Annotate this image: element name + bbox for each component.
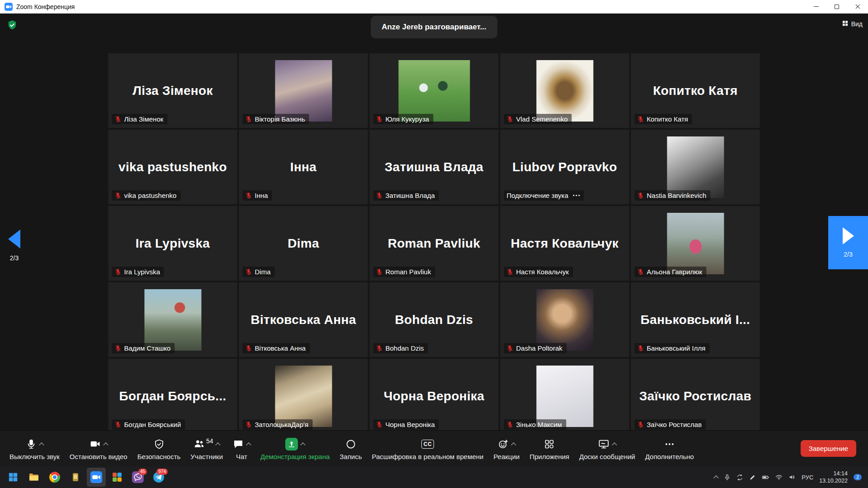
chevron-up-icon[interactable] — [39, 442, 44, 447]
window-titlebar: Zoom Конференция — [0, 0, 868, 14]
participant-tile[interactable]: DimaDima — [239, 206, 368, 281]
chevron-up-icon[interactable] — [511, 442, 516, 447]
next-page-button[interactable]: 2/3 — [828, 216, 868, 269]
participant-tile[interactable]: Nastia Barvinkevich — [631, 130, 760, 204]
participant-tile[interactable]: Ira LypivskaIra Lypivska — [108, 206, 237, 281]
previous-page-button[interactable]: 2/3 — [8, 230, 20, 262]
participant-label: Roman Pavliuk — [373, 267, 435, 277]
participant-tile[interactable]: Вадим Сташко — [108, 282, 237, 357]
participant-tile[interactable]: Юля Кукуруза — [370, 53, 499, 128]
participant-tile[interactable]: Зінько Максим — [500, 359, 629, 430]
toolbar-item-more[interactable]: Дополнительно — [640, 434, 699, 463]
toolbar-item-share[interactable]: Демонстрация экрана — [255, 434, 335, 463]
toolbar-item-mic[interactable]: Выключить звук — [5, 434, 65, 463]
muted-mic-icon — [115, 421, 122, 428]
chevron-up-icon[interactable] — [216, 442, 221, 447]
taskbar-date: 13.10.2022 — [819, 477, 848, 484]
participant-tile[interactable]: Баньковський І...Баньковський Ілля — [631, 282, 760, 357]
participant-name: Вітковська Анна — [250, 313, 356, 327]
participant-name: Roman Pavliuk — [388, 236, 481, 251]
app-icon-amber[interactable] — [66, 468, 85, 487]
participant-tile[interactable]: ІннаІнна — [239, 130, 368, 204]
participant-tile[interactable]: Bohdan DzisBohdan Dzis — [370, 282, 499, 357]
muted-mic-icon — [376, 421, 383, 428]
participant-tile[interactable]: Vlad Semenenko — [500, 53, 629, 128]
participant-tile[interactable]: Ліза ЗіменокЛіза Зіменок — [108, 53, 237, 128]
tray-mic-icon[interactable] — [724, 474, 731, 481]
app-icon-colors[interactable] — [108, 468, 127, 487]
participant-label: Зінько Максим — [504, 419, 566, 430]
end-meeting-button[interactable]: Завершение — [801, 440, 856, 457]
participant-tile[interactable]: Заїчко РостиславЗаїчко Ростислав — [631, 359, 760, 430]
tray-sync-icon[interactable] — [736, 474, 743, 481]
toolbar-label: Доски сообщений — [579, 453, 635, 460]
participant-video — [536, 366, 593, 427]
muted-mic-icon — [507, 421, 514, 428]
viber-icon[interactable]: 45 — [128, 468, 147, 487]
participant-tile[interactable]: Копитко КатяКопитко Катя — [631, 53, 760, 128]
toolbar-item-participants[interactable]: 54Участники — [185, 434, 228, 463]
toolbar-item-apps[interactable]: Приложения — [524, 434, 574, 463]
participant-tile[interactable]: Затишна ВладаЗатишна Влада — [370, 130, 499, 204]
language-indicator[interactable]: РУС — [802, 474, 813, 481]
chevron-up-icon[interactable] — [246, 442, 251, 447]
muted-mic-icon — [115, 268, 122, 275]
muted-mic-icon — [376, 192, 383, 199]
telegram-icon[interactable]: 974 — [149, 468, 168, 487]
toolbar-label: Реакции — [493, 453, 519, 460]
participant-tile[interactable]: Богдан Боярсь...Богдан Боярський — [108, 359, 237, 430]
participant-tile[interactable]: Альона Гаврилюк — [631, 206, 760, 281]
chevron-up-icon[interactable] — [103, 442, 108, 447]
participant-label: Копитко Катя — [635, 114, 692, 124]
chevron-up-icon[interactable] — [300, 442, 305, 447]
file-explorer-icon[interactable] — [24, 468, 43, 487]
participant-name: Настя Ковальчук — [511, 236, 619, 251]
participant-name: Ira Lypivska — [136, 236, 210, 251]
toolbar-item-shield[interactable]: Безопасность — [132, 434, 186, 463]
participant-tile[interactable]: ЗатолоцькаДар'я — [239, 359, 368, 430]
view-button[interactable]: Вид — [842, 20, 863, 28]
participant-name: Liubov Popravko — [512, 160, 617, 174]
participant-label: Баньковський Ілля — [635, 343, 710, 353]
muted-mic-icon — [245, 268, 252, 275]
toolbar-items: Выключить звукОстановить видеоБезопаснос… — [5, 431, 699, 466]
taskbar-clock[interactable]: 14:14 13.10.2022 — [819, 470, 848, 485]
zoom-taskbar-icon[interactable] — [87, 468, 106, 487]
chrome-icon[interactable] — [45, 468, 64, 487]
participant-label: Dasha Poltorak — [504, 343, 567, 353]
participant-tile[interactable]: Чорна ВеронікаЧорна Вероніка — [370, 359, 499, 430]
participant-label: Інна — [243, 190, 272, 201]
tray-battery-icon[interactable] — [762, 474, 769, 481]
toolbar-item-reactions[interactable]: Реакции — [488, 434, 524, 463]
tray-pen-icon[interactable] — [749, 474, 756, 481]
participant-tile[interactable]: Настя КовальчукНастя Ковальчук — [500, 206, 629, 281]
notification-count[interactable]: 2 — [854, 474, 862, 480]
participant-tile[interactable]: Dasha Poltorak — [500, 282, 629, 357]
toolbar-item-record[interactable]: Запись — [335, 434, 367, 463]
start-button[interactable] — [4, 468, 23, 487]
participant-label: Вадим Сташко — [112, 343, 175, 353]
toolbar-item-whiteboard[interactable]: Доски сообщений — [574, 434, 640, 463]
participant-name: Копитко Катя — [653, 84, 737, 98]
participant-name: Затишна Влада — [385, 160, 483, 174]
participant-label: ЗатолоцькаДар'я — [243, 419, 313, 430]
security-shield-icon[interactable] — [7, 20, 17, 33]
minimize-button[interactable] — [806, 0, 826, 13]
tray-volume-icon[interactable] — [788, 474, 796, 481]
maximize-icon — [835, 5, 839, 9]
toolbar-item-camera[interactable]: Остановить видео — [65, 434, 132, 463]
tray-wifi-icon[interactable] — [775, 474, 783, 481]
maximize-button[interactable] — [826, 0, 847, 13]
close-button[interactable] — [847, 0, 868, 13]
participant-tile[interactable]: Вітковська АннаВітковська Анна — [239, 282, 368, 357]
participant-tile[interactable]: Liubov PopravkoПодключение звука — [500, 130, 629, 204]
participant-tile[interactable]: vika pastushenkovika pastushenko — [108, 130, 237, 204]
toolbar-item-chat[interactable]: Чат — [228, 434, 255, 463]
participant-tile[interactable]: Вікторія Базюнь — [239, 53, 368, 128]
chevron-up-icon[interactable] — [612, 442, 617, 447]
whiteboard-icon — [598, 438, 609, 450]
system-tray: РУС 14:14 13.10.2022 2 — [714, 470, 864, 485]
hidden-icons-chevron[interactable] — [714, 475, 719, 480]
toolbar-item-cc[interactable]: CCРасшифровка в реальном времени — [367, 434, 489, 463]
participant-tile[interactable]: Roman PavliukRoman Pavliuk — [370, 206, 499, 281]
